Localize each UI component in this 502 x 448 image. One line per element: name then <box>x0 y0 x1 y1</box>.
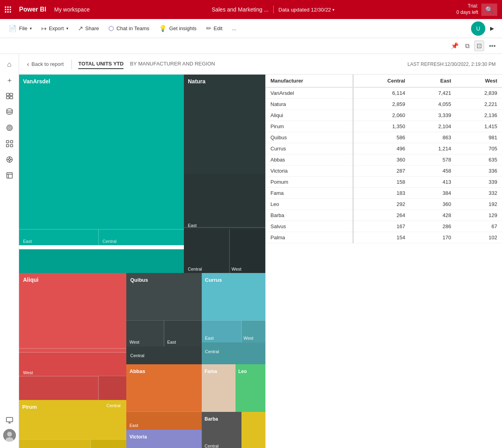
cell-central: 183 <box>353 188 410 199</box>
svg-text:West: West <box>232 267 241 271</box>
table-row: Leo 292 360 192 <box>266 199 502 210</box>
export-chevron-icon: ▾ <box>66 26 68 31</box>
svg-rect-34 <box>19 249 184 273</box>
top-center-area: Sales and Marketing ... Data updated 12/… <box>95 6 452 13</box>
file-icon: 📄 <box>9 25 17 32</box>
last-refresh-label: LAST REFRESH:12/30/2022, 2:19:30 PM <box>407 62 496 67</box>
user-avatar[interactable]: U <box>471 21 485 36</box>
cell-west: 192 <box>456 199 502 210</box>
svg-text:Currus: Currus <box>205 277 222 283</box>
cell-manufacturer: Aliqui <box>266 110 353 121</box>
table-row: Pirum 1,350 2,104 1,415 <box>266 121 502 132</box>
report-title[interactable]: Sales and Marketing ... <box>212 6 268 13</box>
sidebar-item-data[interactable] <box>2 105 17 119</box>
toolbar: 📄 File ▾ ↦ Export ▾ ↗ Share ⬡ Chat in Te… <box>0 19 502 38</box>
table-row: Pomum 158 413 339 <box>266 177 502 188</box>
col-header-east[interactable]: East <box>410 75 456 87</box>
file-button[interactable]: 📄 File ▾ <box>5 22 36 35</box>
treemap-svg: VanArsdel East Central West Natura East <box>19 75 265 448</box>
cell-manufacturer: Salvus <box>266 221 353 232</box>
svg-text:Natura: Natura <box>188 78 206 85</box>
export-icon: ↦ <box>41 25 46 32</box>
edit-button[interactable]: ✏ Edit <box>202 22 226 35</box>
sidebar-item-goals[interactable] <box>2 121 17 135</box>
chat-in-teams-button[interactable]: ⬡ Chat in Teams <box>104 22 153 35</box>
col-header-central[interactable]: Central <box>353 75 410 87</box>
svg-rect-21 <box>6 417 13 422</box>
back-arrow-icon: ‹ <box>27 61 29 68</box>
cell-central: 586 <box>353 132 410 143</box>
file-chevron-icon: ▾ <box>30 26 32 31</box>
sidebar-item-apps[interactable] <box>2 137 17 151</box>
sidebar-item-home[interactable]: ⌂ <box>2 57 17 71</box>
cell-manufacturer: Pomum <box>266 177 353 188</box>
cell-manufacturer: Victoria <box>266 165 353 177</box>
svg-text:Victoria: Victoria <box>129 434 147 440</box>
col-header-manufacturer[interactable]: Manufacturer <box>266 75 353 87</box>
export-button[interactable]: ↦ Export ▾ <box>37 22 72 35</box>
svg-rect-8 <box>6 140 9 143</box>
svg-point-13 <box>8 159 10 161</box>
focus-mode-icon[interactable]: ⊡ <box>474 40 484 51</box>
page-tabs: TOTAL UNITS YTD BY MANUFACTURER AND REGI… <box>78 59 215 69</box>
tab-by-manufacturer[interactable]: BY MANUFACTURER AND REGION <box>130 59 215 69</box>
cell-west: 332 <box>456 188 502 199</box>
cell-east: 384 <box>410 188 456 199</box>
cell-manufacturer: Natura <box>266 99 353 110</box>
workspace-label[interactable]: My workspace <box>54 6 89 13</box>
col-header-west[interactable]: West <box>456 75 502 87</box>
svg-rect-46 <box>19 273 126 352</box>
table-row: Barba 264 428 129 <box>266 210 502 221</box>
svg-text:VanArsdel: VanArsdel <box>23 78 50 85</box>
table-row: Fama 183 384 332 <box>266 188 502 199</box>
apps-grid-icon[interactable] <box>5 6 13 13</box>
insights-icon: 💡 <box>159 25 167 32</box>
back-to-report-button[interactable]: ‹ Back to report <box>25 59 65 69</box>
more-button[interactable]: ... <box>228 23 240 34</box>
svg-point-4 <box>7 109 12 111</box>
sidebar-item-monitor[interactable] <box>2 413 17 427</box>
duplicate-icon[interactable]: ⧉ <box>463 41 471 51</box>
page-header: ‹ Back to report TOTAL UNITS YTD BY MANU… <box>19 54 502 75</box>
left-sidebar: ⌂ ＋ <box>0 54 19 448</box>
svg-text:East: East <box>129 423 138 428</box>
cell-central: 2,859 <box>353 99 410 110</box>
cell-east: 413 <box>410 177 456 188</box>
sidebar-item-hub[interactable] <box>2 168 17 183</box>
cell-east: 4,055 <box>410 99 456 110</box>
cell-central: 264 <box>353 210 410 221</box>
table-row: Quibus 586 863 981 <box>266 132 502 143</box>
cell-central: 360 <box>353 154 410 165</box>
share-button[interactable]: ↗ Share <box>74 22 103 35</box>
cell-west: 102 <box>456 232 502 243</box>
svg-text:Barba: Barba <box>205 416 218 422</box>
cell-manufacturer: Pirum <box>266 121 353 132</box>
cell-west: 635 <box>456 154 502 165</box>
more-options-icon[interactable]: ••• <box>487 41 497 51</box>
sidebar-item-browse[interactable] <box>2 89 17 103</box>
panel-expand-button[interactable]: ▶ <box>487 24 497 33</box>
svg-text:Central: Central <box>106 403 120 408</box>
data-updated-label[interactable]: Data updated 12/30/22 ▾ <box>278 7 334 13</box>
cell-east: 3,339 <box>410 110 456 121</box>
search-button[interactable]: 🔍 <box>481 4 497 16</box>
svg-rect-95 <box>19 440 91 448</box>
tab-total-units-ytd[interactable]: TOTAL UNITS YTD <box>78 59 124 69</box>
svg-rect-2 <box>6 96 9 99</box>
viz-area: VanArsdel East Central West Natura East <box>19 75 502 448</box>
svg-rect-9 <box>10 140 13 143</box>
svg-rect-0 <box>6 93 9 96</box>
pin-icon[interactable]: 📌 <box>449 40 460 51</box>
treemap-container[interactable]: VanArsdel East Central West Natura East <box>19 75 265 448</box>
cell-manufacturer: Quibus <box>266 132 353 143</box>
get-insights-button[interactable]: 💡 Get insights <box>155 22 201 35</box>
user-avatar-sidebar[interactable] <box>3 429 16 442</box>
table-row: Palma 154 170 102 <box>266 232 502 243</box>
cell-west: 129 <box>456 210 502 221</box>
table-row: Abbas 360 578 635 <box>266 154 502 165</box>
cell-east: 578 <box>410 154 456 165</box>
sidebar-item-create[interactable]: ＋ <box>2 73 17 87</box>
sidebar-item-learn[interactable] <box>2 152 17 167</box>
cell-east: 863 <box>410 132 456 143</box>
data-table-container: Manufacturer Central East West VanArsdel… <box>265 75 502 448</box>
